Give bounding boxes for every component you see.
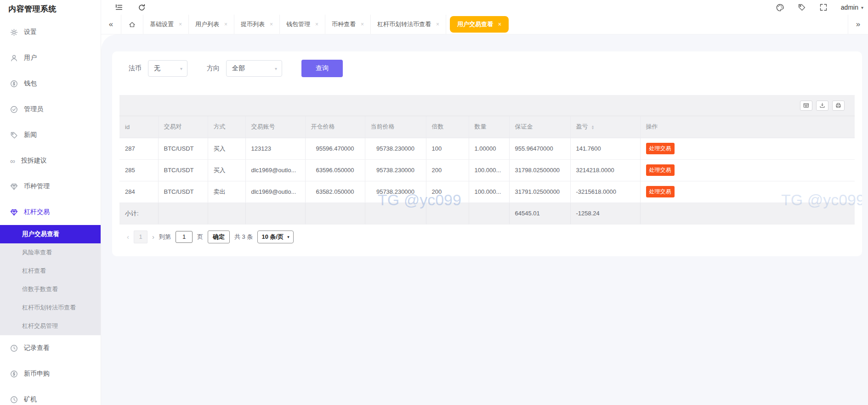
close-icon[interactable]: × [315, 21, 318, 28]
tab-leverage-transfer-view[interactable]: 杠杆币划转法币查看 × [371, 15, 446, 34]
home-icon [128, 21, 136, 28]
collapse-menu-icon[interactable] [115, 3, 123, 11]
confirm-button[interactable]: 确定 [208, 231, 230, 243]
print-button[interactable] [832, 101, 845, 111]
handle-trade-button[interactable]: 处理交易 [646, 186, 675, 197]
prev-page-icon[interactable]: ‹ [127, 233, 129, 241]
submenu-user-trade-view[interactable]: 用户交易查看 [0, 225, 101, 243]
submenu-label: 杠杆交易管理 [22, 322, 58, 330]
tab-user-list[interactable]: 用户列表 × [189, 15, 234, 34]
home-tab[interactable] [121, 15, 143, 34]
close-icon[interactable]: × [498, 21, 501, 28]
page-number-button[interactable]: 1 [134, 231, 148, 243]
cell-leverage: 100 [426, 138, 469, 159]
tabs-scroll-right-button[interactable]: » [848, 15, 868, 34]
cell-profit: 141.7600 [570, 138, 640, 159]
tabbar-spacer [512, 15, 848, 34]
total-count-label: 共 3 条 [234, 233, 253, 241]
submenu-leverage-transfer-view[interactable]: 杠杆币划转法币查看 [0, 298, 101, 317]
col-pair: 交易对 [158, 116, 208, 138]
chevron-down-icon: ▾ [180, 66, 182, 71]
next-page-icon[interactable]: › [152, 233, 154, 241]
wallet-icon [10, 80, 18, 88]
chevron-down-icon: ▾ [861, 5, 863, 10]
page-size-select[interactable]: 10 条/页 ▾ [257, 231, 293, 243]
table-toolbar [119, 95, 855, 116]
sidebar-item-leverage-trade[interactable]: 杠杆交易 [0, 199, 101, 225]
tab-label: 提币列表 [241, 20, 265, 28]
sidebar-item-settings[interactable]: 设置 [0, 19, 101, 45]
handle-trade-button[interactable]: 处理交易 [646, 143, 675, 154]
col-margin: 保证金 [509, 116, 570, 138]
sidebar-item-label: 记录查看 [24, 344, 50, 352]
cell-account: dlc1969@outlo... [245, 159, 305, 181]
currency-select[interactable]: 无 ▾ [148, 60, 187, 77]
tab-user-trade-view[interactable]: 用户交易查看 × [450, 16, 509, 33]
sidebar-item-miner[interactable]: 矿机 [0, 387, 101, 405]
theme-palette-icon[interactable] [776, 3, 784, 12]
filter-row: 法币 无 ▾ 方向 全部 ▾ 查询 [112, 51, 862, 77]
sidebar-item-records[interactable]: 记录查看 [0, 335, 101, 361]
submenu-risk-rate-view[interactable]: 风险率查看 [0, 243, 101, 262]
cell-side: 买入 [208, 159, 245, 181]
cell-open-price: 63582.050000 [305, 181, 365, 202]
submenu-label: 杠杆币划转法币查看 [22, 304, 76, 312]
sidebar-item-label: 杠杆交易 [24, 208, 50, 216]
close-icon[interactable]: × [224, 21, 227, 28]
submenu-leverage-trade-management[interactable]: 杠杆交易管理 [0, 317, 101, 335]
cell-current-price: 95738.230000 [365, 138, 426, 159]
direction-select[interactable]: 全部 ▾ [226, 60, 282, 77]
export-button[interactable] [816, 101, 828, 111]
infinity-icon: ∞ [10, 157, 15, 165]
sidebar-item-label: 新闻 [24, 131, 37, 139]
sidebar-item-admins[interactable]: 管理员 [0, 96, 101, 122]
currency-filter-label: 法币 [129, 64, 142, 73]
sort-desc-icon[interactable]: ▼ [591, 127, 595, 129]
close-icon[interactable]: × [361, 21, 364, 28]
leverage-submenu: 用户交易查看 风险率查看 杠杆查看 倍数手数查看 杠杆币划转法币查看 杠杆交易管… [0, 225, 101, 335]
chevron-down-icon: ▾ [287, 235, 289, 239]
sidebar-item-users[interactable]: 用户 [0, 45, 101, 71]
submenu-label: 杠杆查看 [22, 267, 46, 275]
close-icon[interactable]: × [436, 21, 439, 28]
cell-pair: BTC/USDT [158, 181, 208, 202]
goto-page-input[interactable] [176, 231, 193, 243]
cell-profit: 3214218.0000 [570, 159, 640, 181]
column-settings-button[interactable] [800, 101, 812, 111]
col-actions: 操作 [640, 116, 855, 138]
submenu-label: 倍数手数查看 [22, 285, 58, 293]
submenu-multiple-lots-view[interactable]: 倍数手数查看 [0, 280, 101, 298]
refresh-icon[interactable] [138, 4, 146, 11]
tab-label: 用户交易查看 [457, 20, 493, 28]
subtotal-label: 小计: [119, 202, 158, 224]
sidebar-item-wallet[interactable]: 钱包 [0, 71, 101, 96]
user-menu[interactable]: admin ▾ [841, 4, 863, 11]
tabs-scroll-left-button[interactable]: « [101, 15, 121, 34]
sidebar-item-coin-management[interactable]: 币种管理 [0, 174, 101, 199]
main-area: admin ▾ « 基础设置 × 用户列表 × 提币列表 × 钱包管理 [101, 0, 868, 405]
columns-icon [803, 102, 809, 108]
tab-wallet-management[interactable]: 钱包管理 × [280, 15, 325, 34]
clock-icon [10, 396, 18, 404]
submenu-leverage-view[interactable]: 杠杆查看 [0, 262, 101, 280]
sidebar-item-new-coin[interactable]: 新币申购 [0, 361, 101, 387]
fullscreen-icon[interactable] [819, 3, 828, 11]
search-button[interactable]: 查询 [301, 60, 343, 77]
cell-open-price: 95596.470000 [305, 138, 365, 159]
handle-trade-button[interactable]: 处理交易 [646, 164, 675, 176]
sort-icon[interactable]: ▲▼ [591, 125, 595, 129]
tab-coin-view[interactable]: 币种查看 × [325, 15, 371, 34]
close-icon[interactable]: × [179, 21, 182, 28]
sidebar-item-suggestions[interactable]: ∞ 投拆建议 [0, 148, 101, 174]
tab-basic-settings[interactable]: 基础设置 × [143, 15, 189, 34]
cell-side: 卖出 [208, 181, 245, 202]
table-row: 287 BTC/USDT 买入 123123 95596.470000 9573… [119, 138, 855, 159]
close-icon[interactable]: × [270, 21, 273, 28]
cell-amount: 100.000... [469, 159, 509, 181]
tag-icon[interactable] [798, 3, 806, 11]
tab-withdraw-list[interactable]: 提币列表 × [234, 15, 280, 34]
direction-select-value: 全部 [232, 64, 245, 73]
sidebar-item-news[interactable]: 新闻 [0, 122, 101, 148]
page-unit-label: 页 [197, 233, 203, 241]
cell-account: 123123 [245, 138, 305, 159]
